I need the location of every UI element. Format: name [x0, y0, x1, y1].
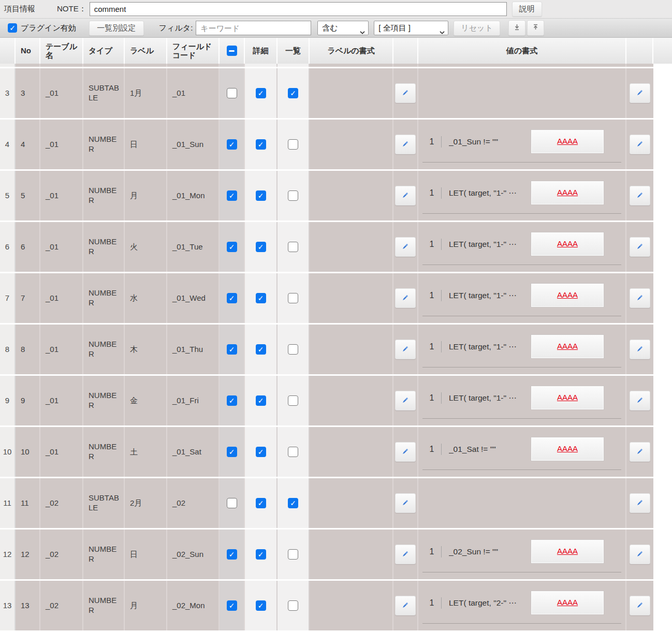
edit-label-format-button[interactable]: [395, 340, 416, 359]
value-format-sample-link[interactable]: AAAA: [557, 547, 578, 556]
row-list-checkbox[interactable]: [288, 139, 298, 150]
edit-value-format-button[interactable]: [630, 596, 650, 615]
cell-edit-value-format: [626, 273, 653, 323]
value-format-sample-link[interactable]: AAAA: [557, 598, 578, 608]
cell-table-name: _02: [40, 530, 83, 579]
row-select-checkbox[interactable]: [227, 139, 237, 150]
table-row: 7 7 _01 NUMBER 水 _01_Wed 1 LET( ta: [0, 273, 653, 323]
row-select-checkbox[interactable]: [227, 344, 237, 355]
edit-value-format-button[interactable]: [630, 442, 650, 462]
edit-value-format-button[interactable]: [630, 83, 650, 103]
edit-label-format-button[interactable]: [395, 135, 416, 154]
edit-value-format-button[interactable]: [630, 493, 650, 513]
value-format-sample-link[interactable]: AAAA: [557, 137, 578, 146]
row-select-checkbox[interactable]: [227, 190, 237, 201]
value-format-sample-box[interactable]: AAAA: [531, 232, 604, 256]
cell-value-format: [418, 478, 626, 528]
upload-button[interactable]: [527, 20, 544, 36]
explain-button[interactable]: 説明: [512, 2, 542, 17]
edit-label-format-button[interactable]: [395, 391, 416, 410]
edit-label-format-button[interactable]: [395, 493, 416, 513]
row-detail-checkbox[interactable]: [256, 447, 266, 457]
row-list-checkbox[interactable]: [288, 190, 298, 201]
row-select-checkbox[interactable]: [227, 88, 237, 98]
value-format-sample-link[interactable]: AAAA: [557, 290, 578, 300]
row-select-checkbox[interactable]: [227, 447, 237, 457]
value-format-separator: [441, 341, 442, 352]
row-list-checkbox[interactable]: [288, 498, 298, 508]
row-select-checkbox[interactable]: [227, 600, 237, 611]
edit-label-format-button[interactable]: [395, 186, 416, 205]
value-format-sample-box[interactable]: AAAA: [531, 130, 604, 153]
row-list-checkbox[interactable]: [288, 293, 298, 303]
row-list-checkbox[interactable]: [288, 600, 298, 611]
row-select-checkbox[interactable]: [227, 395, 237, 406]
edit-value-format-button[interactable]: [630, 391, 650, 410]
row-detail-checkbox[interactable]: [256, 344, 266, 355]
edit-label-format-button[interactable]: [395, 442, 416, 462]
cell-label-format: [310, 171, 393, 221]
edit-value-format-button[interactable]: [630, 186, 650, 205]
select-all-checkbox[interactable]: [227, 46, 237, 56]
row-list-checkbox[interactable]: [288, 344, 298, 355]
row-detail-checkbox[interactable]: [256, 88, 266, 98]
match-type-select[interactable]: 含む: [317, 21, 369, 35]
row-detail-checkbox[interactable]: [256, 242, 266, 252]
value-format-sample-link[interactable]: AAAA: [557, 444, 578, 454]
per-view-settings-button[interactable]: 一覧別設定: [89, 21, 144, 36]
row-list-checkbox[interactable]: [288, 447, 298, 457]
value-format-sample-box[interactable]: AAAA: [531, 540, 604, 563]
row-list-checkbox[interactable]: [288, 395, 298, 406]
target-field-select[interactable]: [ 全項目 ]: [374, 21, 448, 35]
value-format-sample-box[interactable]: AAAA: [531, 591, 604, 614]
edit-label-format-button[interactable]: [395, 545, 416, 564]
note-input[interactable]: [90, 2, 507, 16]
cell-value-format: [418, 68, 626, 118]
edit-label-format-button[interactable]: [395, 288, 416, 308]
value-format-sample-box[interactable]: AAAA: [531, 437, 604, 461]
reset-button[interactable]: リセット: [454, 21, 500, 36]
plugin-enabled-checkbox[interactable]: [8, 23, 17, 33]
row-index: 4: [0, 120, 16, 169]
row-list-checkbox[interactable]: [288, 549, 298, 560]
row-detail-checkbox[interactable]: [256, 549, 266, 560]
edit-value-format-button[interactable]: [630, 237, 650, 257]
value-format-number: 1: [422, 598, 441, 608]
row-select-checkbox[interactable]: [227, 498, 237, 508]
row-select-checkbox[interactable]: [227, 242, 237, 252]
value-format-sample-box[interactable]: AAAA: [531, 284, 604, 307]
keyword-input[interactable]: [196, 21, 311, 35]
row-detail-checkbox[interactable]: [256, 139, 266, 150]
row-detail-checkbox[interactable]: [256, 395, 266, 406]
partial-row-top: [0, 64, 672, 67]
cell-field-code: _01_Thu: [167, 325, 220, 374]
edit-value-format-button[interactable]: [630, 135, 650, 154]
row-detail-checkbox[interactable]: [256, 498, 266, 508]
value-format-sample-box[interactable]: AAAA: [531, 181, 604, 204]
row-detail-checkbox[interactable]: [256, 293, 266, 303]
row-list-checkbox[interactable]: [288, 242, 298, 252]
download-button[interactable]: [508, 20, 525, 36]
row-detail-checkbox[interactable]: [256, 600, 266, 611]
cell-edit-label-format: [393, 581, 418, 630]
value-format-sample-box[interactable]: AAAA: [531, 335, 604, 358]
edit-label-format-button[interactable]: [395, 237, 416, 257]
value-format-sample-link[interactable]: AAAA: [557, 188, 578, 198]
row-list-checkbox[interactable]: [288, 88, 298, 98]
value-format-sample-link[interactable]: AAAA: [557, 342, 578, 351]
edit-value-format-button[interactable]: [630, 545, 650, 564]
cell-label: 木: [125, 325, 167, 374]
edit-label-format-button[interactable]: [395, 596, 416, 615]
cell-select: [220, 478, 245, 528]
edit-value-format-button[interactable]: [630, 288, 650, 308]
value-format-sample-box[interactable]: AAAA: [531, 386, 604, 409]
value-format-sample-link[interactable]: AAAA: [557, 239, 578, 249]
row-detail-checkbox[interactable]: [256, 190, 266, 201]
edit-label-format-button[interactable]: [395, 83, 416, 103]
cell-label: 日: [125, 120, 167, 169]
edit-value-format-button[interactable]: [630, 340, 650, 359]
header-label-format: ラベルの書式: [310, 38, 393, 64]
row-select-checkbox[interactable]: [227, 293, 237, 303]
row-select-checkbox[interactable]: [227, 549, 237, 560]
value-format-sample-link[interactable]: AAAA: [557, 393, 578, 403]
